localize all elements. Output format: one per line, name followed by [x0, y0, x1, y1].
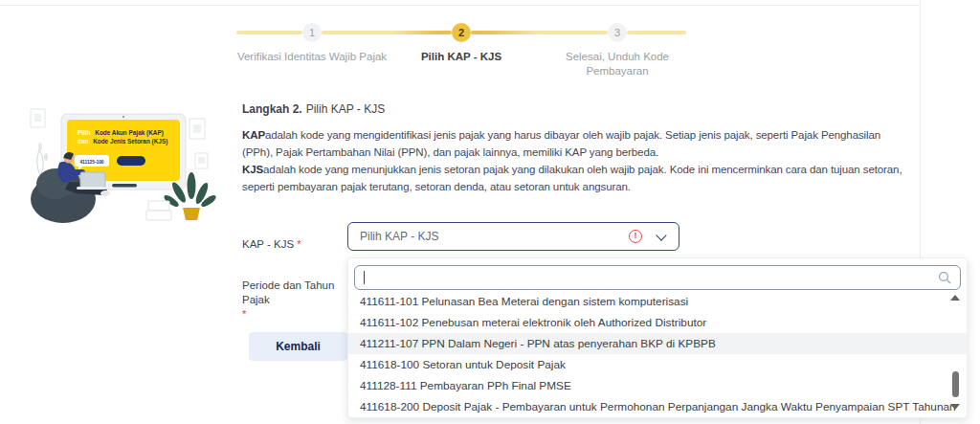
stepper-connector — [322, 31, 452, 34]
screen-text-lead2: dan — [78, 138, 88, 145]
periode-field-label: Periode dan Tahun Pajak * — [242, 279, 355, 322]
dropdown-option[interactable]: 411611-102 Penebusan meterai elektronik … — [348, 312, 967, 333]
kap-kjs-field-label: KAP - KJS * — [242, 238, 301, 250]
step-1-label: Verifikasi Identitas Wajib Pajak — [221, 50, 403, 64]
required-asterisk: * — [242, 307, 355, 322]
step-heading: Langkah 2.Pilih KAP - KJS — [242, 102, 385, 116]
search-icon — [938, 271, 951, 284]
screen-text-bold1: Kode Akun Pajak (KAP) — [95, 129, 164, 137]
screen-text-bold2: Kode Jenis Setoran (KJS) — [93, 138, 167, 145]
svg-text:411125-100: 411125-100 — [79, 160, 103, 165]
dropdown-option[interactable]: 411618-100 Setoran untuk Deposit Pajak — [348, 354, 967, 375]
dropdown-search-input[interactable] — [363, 267, 927, 288]
kap-kjs-illustration: Pilih Kode Akun Pajak (KAP) dan Kode Jen… — [21, 101, 232, 240]
dropdown-search[interactable] — [354, 265, 961, 290]
boxes — [146, 201, 171, 220]
kap-kjs-dropdown-panel: 411611-101 Pelunasan Bea Meterai dengan … — [347, 257, 968, 418]
chevron-down-icon — [656, 230, 666, 240]
svg-text:Pilih Kode Akun Pajak: Pilih Kode Akun Pajak (KAP) — [78, 129, 164, 137]
step-heading-number: Langkah 2. — [242, 102, 302, 116]
dropdown-option[interactable]: 411211-107 PPN Dalam Negeri - PPN atas p… — [348, 333, 967, 354]
step-1-circle: 1 — [302, 23, 322, 42]
stepper-connector — [236, 31, 302, 34]
select-placeholder: Pilih KAP - KJS — [360, 223, 438, 250]
required-asterisk: * — [297, 238, 301, 250]
scrollbar-thumb[interactable] — [952, 371, 959, 397]
step-3-circle: 3 — [608, 23, 627, 42]
back-button[interactable]: Kembali — [249, 332, 347, 361]
screen-pill-button — [117, 156, 145, 166]
error-icon: ! — [629, 230, 642, 243]
stepper-connector — [471, 31, 608, 34]
header-divider — [0, 5, 920, 6]
step-2-label: Pilih KAP - KJS — [394, 50, 528, 64]
kap-kjs-description: KAPadalah kode yang mengidentifikasi jen… — [242, 126, 912, 195]
scrollbar-down-arrow-icon[interactable] — [950, 404, 960, 410]
kjs-term: KJS — [242, 164, 263, 175]
billing-wizard-page: 1 2 3 Verifikasi Identitas Wajib Pajak P… — [0, 0, 980, 424]
step-2-circle: 2 — [452, 23, 471, 42]
screen-text-lead1: Pilih — [78, 129, 91, 136]
kap-term: KAP — [242, 129, 265, 141]
scrollbar-up-arrow-icon[interactable] — [950, 295, 960, 301]
step-heading-title: Pilih KAP - KJS — [306, 102, 385, 116]
dropdown-option[interactable]: 411611-101 Pelunasan Bea Meterai dengan … — [348, 291, 967, 312]
dropdown-option[interactable]: 411128-111 Pembayaran PPh Final PMSE — [348, 375, 967, 396]
step-3-label: Selesai, Unduh Kode Pembayaran — [557, 50, 678, 78]
stepper-connector — [627, 31, 686, 34]
kap-kjs-select[interactable]: Pilih KAP - KJS ! — [347, 222, 679, 251]
dropdown-option[interactable]: 411618-200 Deposit Pajak - Pembayaran un… — [348, 396, 967, 417]
